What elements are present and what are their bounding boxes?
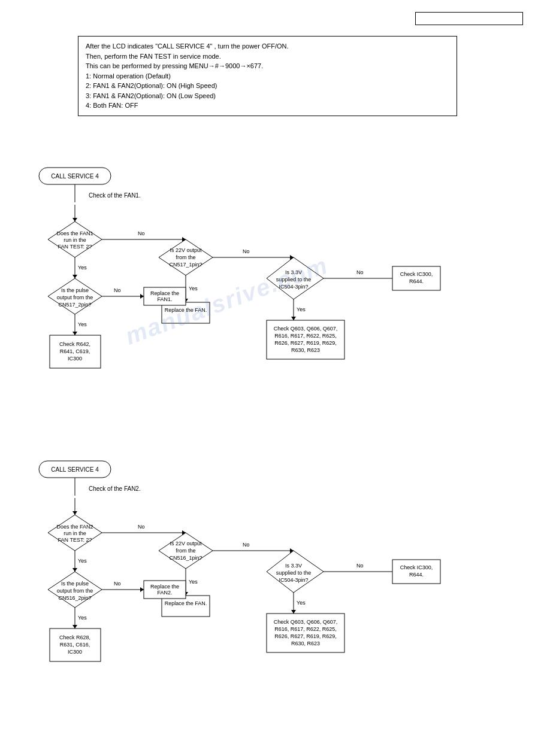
svg-text:No: No	[243, 248, 250, 254]
svg-text:Check IC300,: Check IC300,	[400, 564, 433, 570]
svg-text:run in the: run in the	[64, 237, 86, 243]
info-line-2: Then, perform the FAN TEST in service mo…	[86, 51, 449, 62]
svg-text:Is 22V output: Is 22V output	[170, 247, 202, 253]
svg-text:IC300: IC300	[68, 356, 82, 362]
svg-text:Yes: Yes	[297, 306, 306, 312]
svg-text:Yes: Yes	[189, 579, 198, 585]
svg-text:CN516_1pin?: CN516_1pin?	[169, 555, 202, 561]
svg-text:R626, R627, R619, R629,: R626, R627, R619, R629,	[274, 340, 337, 346]
info-line-4: 1: Normal operation (Default)	[86, 71, 449, 81]
svg-text:Check R642,: Check R642,	[59, 341, 90, 347]
svg-marker-33	[291, 317, 296, 320]
svg-text:No: No	[138, 524, 145, 530]
svg-text:IC300: IC300	[68, 649, 82, 655]
flowchart1-svg: CALL SERVICE 4 Check of the FAN1. Does t…	[0, 162, 535, 461]
page: After the LCD indicates "CALL SERVICE 4"…	[0, 0, 535, 756]
svg-text:FAN1.: FAN1.	[157, 296, 172, 302]
svg-text:Check IC300,: Check IC300,	[400, 271, 433, 277]
svg-text:Check of the FAN2.: Check of the FAN2.	[89, 485, 141, 492]
svg-text:Yes: Yes	[78, 321, 87, 327]
svg-text:R616, R617, R622, R625,: R616, R617, R622, R625,	[274, 333, 337, 339]
svg-text:R630, R623: R630, R623	[291, 347, 320, 353]
svg-text:Replace the FAN.: Replace the FAN.	[165, 600, 207, 606]
svg-text:Does the FAN2: Does the FAN2	[56, 524, 93, 530]
svg-text:CALL SERVICE 4: CALL SERVICE 4	[51, 173, 99, 180]
svg-text:CN516_2pin?: CN516_2pin?	[58, 595, 91, 601]
svg-text:output from the: output from the	[57, 588, 93, 594]
svg-marker-5	[72, 218, 77, 221]
svg-text:R626, R627, R619, R629,: R626, R627, R619, R629,	[274, 633, 337, 639]
svg-text:Replace the: Replace the	[150, 290, 179, 296]
svg-text:Replace the FAN.: Replace the FAN.	[165, 307, 207, 313]
svg-text:No: No	[114, 287, 121, 293]
top-right-box	[415, 12, 523, 25]
svg-text:Is the pulse: Is the pulse	[61, 581, 89, 587]
info-line-7: 4: Both FAN: OFF	[86, 101, 449, 111]
svg-text:CALL SERVICE 4: CALL SERVICE 4	[51, 466, 99, 473]
svg-text:supplied to the: supplied to the	[276, 277, 312, 283]
svg-text:Does the FAN1: Does the FAN1	[56, 230, 93, 236]
flowchart2-svg: CALL SERVICE 4 Check of the FAN2. Does t…	[0, 455, 535, 754]
svg-text:Yes: Yes	[78, 558, 87, 564]
svg-marker-74	[72, 568, 77, 572]
svg-text:No: No	[356, 563, 364, 569]
info-line-1: After the LCD indicates "CALL SERVICE 4"…	[86, 41, 449, 51]
svg-marker-51	[140, 294, 144, 299]
svg-text:R630, R623: R630, R623	[291, 640, 320, 646]
svg-text:FAN TEST: 2?: FAN TEST: 2?	[58, 537, 92, 543]
svg-text:No: No	[114, 581, 121, 587]
svg-text:No: No	[138, 230, 145, 236]
svg-text:Is 3.3V: Is 3.3V	[285, 269, 302, 275]
svg-text:Yes: Yes	[78, 615, 87, 621]
svg-marker-68	[72, 511, 77, 515]
svg-text:FAN2.: FAN2.	[157, 590, 172, 596]
svg-text:supplied to the: supplied to the	[276, 570, 312, 576]
svg-text:run in the: run in the	[64, 530, 86, 536]
svg-text:Check Q603, Q606, Q607,: Check Q603, Q606, Q607,	[274, 326, 338, 332]
svg-text:from the: from the	[176, 254, 195, 260]
svg-text:Check R628,: Check R628,	[59, 634, 90, 640]
svg-text:CN517_1pin?: CN517_1pin?	[169, 262, 202, 268]
svg-text:Yes: Yes	[297, 600, 306, 606]
svg-text:No: No	[243, 542, 250, 548]
svg-text:R641, C619,: R641, C619,	[60, 348, 90, 354]
info-line-5: 2: FAN1 & FAN2(Optional): ON (High Speed…	[86, 81, 449, 91]
svg-marker-11	[72, 275, 77, 278]
svg-text:output from the: output from the	[57, 294, 93, 300]
svg-text:Is 3.3V: Is 3.3V	[285, 563, 302, 569]
svg-text:Check Q603, Q606, Q607,: Check Q603, Q606, Q607,	[274, 619, 338, 625]
svg-text:IC504-3pin?: IC504-3pin?	[279, 284, 308, 290]
svg-text:Yes: Yes	[78, 265, 87, 271]
svg-text:IC504-3pin?: IC504-3pin?	[279, 577, 308, 583]
svg-text:R644.: R644.	[409, 278, 424, 284]
svg-text:Yes: Yes	[189, 286, 198, 292]
svg-text:R644.: R644.	[409, 572, 424, 578]
svg-text:FAN TEST: 2?: FAN TEST: 2?	[58, 244, 92, 250]
svg-text:R631, C616,: R631, C616,	[60, 642, 90, 648]
svg-text:Is 22V output: Is 22V output	[170, 541, 202, 546]
svg-marker-120	[72, 625, 77, 629]
svg-text:Replace the: Replace the	[150, 584, 179, 590]
svg-text:from the: from the	[176, 548, 195, 554]
info-line-3: This can be performed by pressing MENU→#…	[86, 61, 449, 71]
info-box: After the LCD indicates "CALL SERVICE 4"…	[78, 36, 457, 116]
svg-text:No: No	[356, 269, 364, 275]
svg-text:Is the pulse: Is the pulse	[61, 287, 89, 293]
svg-marker-57	[72, 332, 77, 335]
svg-text:CN517_2pin?: CN517_2pin?	[58, 302, 91, 308]
svg-marker-114	[140, 587, 144, 592]
svg-text:Check of the FAN1.: Check of the FAN1.	[89, 192, 141, 199]
info-line-6: 3: FAN1 & FAN2(Optional): ON (Low Speed)	[86, 91, 449, 101]
svg-text:R616, R617, R622, R625,: R616, R617, R622, R625,	[274, 626, 337, 632]
svg-marker-96	[291, 610, 296, 614]
